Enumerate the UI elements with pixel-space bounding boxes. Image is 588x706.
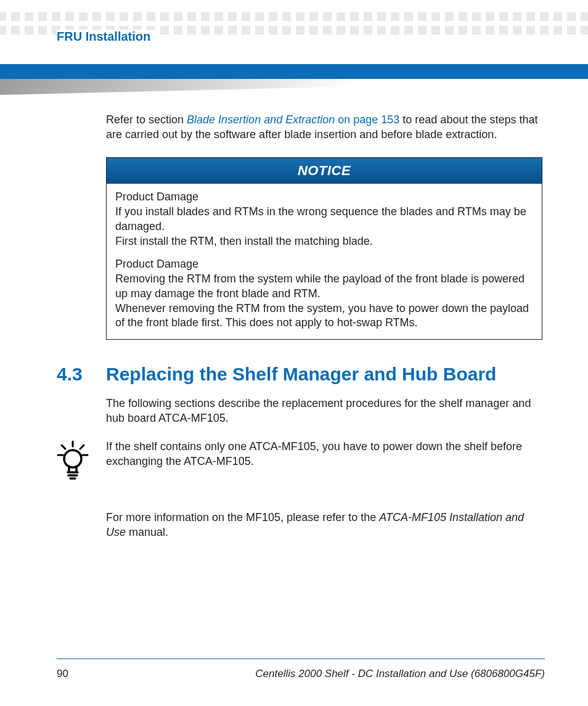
- header-rule-bar: [0, 64, 588, 79]
- notice-block2-line1: Removing the RTM from the system while t…: [115, 272, 533, 302]
- svg-point-5: [64, 450, 81, 467]
- notice-block1-title: Product Damage: [115, 190, 533, 205]
- xref-page[interactable]: on page 153: [335, 113, 399, 126]
- footer-doc-title: Centellis 2000 Shelf - DC Installation a…: [255, 668, 545, 680]
- tip-text: If the shelf contains only one ATCA-MF10…: [106, 439, 542, 469]
- more-suffix: manual.: [126, 526, 168, 538]
- notice-block1-line1: If you install blades and RTMs in the wr…: [115, 205, 533, 234]
- running-head: FRU Installation: [57, 30, 155, 44]
- notice-block2-title: Product Damage: [115, 257, 533, 272]
- notice-header: NOTICE: [107, 158, 542, 184]
- xref-link[interactable]: Blade Insertion and Extraction: [187, 113, 335, 126]
- intro-prefix: Refer to section: [106, 113, 187, 126]
- header-shadow: [0, 79, 588, 95]
- section-title: Replacing the Shelf Manager and Hub Boar…: [106, 362, 496, 387]
- more-info-paragraph: For more information on the MF105, pleas…: [106, 510, 542, 540]
- notice-block1-line2: First install the RTM, then install the …: [115, 234, 533, 249]
- notice-block2-line2: Whenever removing the RTM from the syste…: [115, 302, 533, 331]
- lightbulb-icon: [57, 440, 89, 480]
- svg-line-2: [80, 445, 84, 449]
- intro-paragraph: Refer to section Blade Insertion and Ext…: [106, 112, 542, 142]
- more-prefix: For more information on the MF105, pleas…: [106, 511, 379, 523]
- section-heading: 4.3 Replacing the Shelf Manager and Hub …: [57, 362, 542, 387]
- notice-box: NOTICE Product Damage If you install bla…: [106, 157, 542, 340]
- section-intro: The following sections describe the repl…: [106, 396, 542, 426]
- section-number: 4.3: [57, 362, 85, 387]
- footer-rule: [57, 659, 545, 659]
- svg-line-1: [62, 445, 65, 449]
- page-number: 90: [57, 668, 68, 680]
